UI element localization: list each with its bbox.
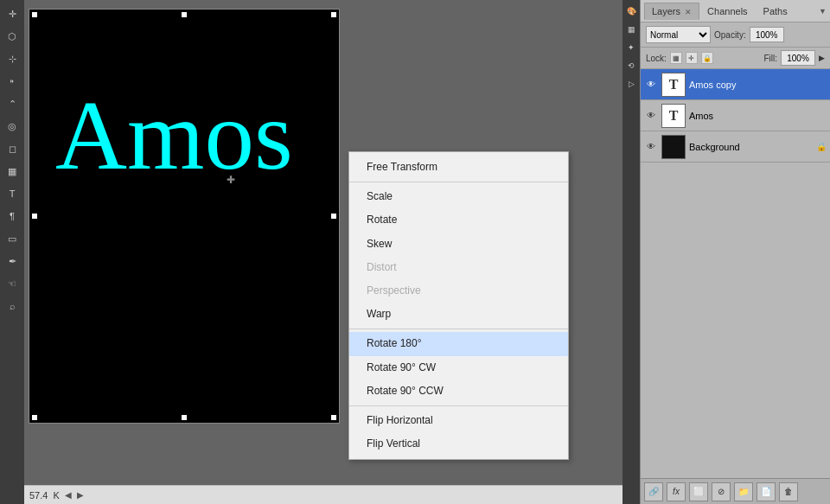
context-menu: Free Transform Scale Rotate Skew Distort… — [348, 151, 569, 460]
pen-tool[interactable]: ✒ — [2, 251, 22, 271]
selection-handle-top[interactable] — [182, 12, 187, 17]
menu-separator-1 — [349, 182, 568, 182]
panel-bottom-toolbar: 🔗 fx ⬜ ⊘ 📁 📄 🗑 — [641, 478, 830, 504]
clone-tool[interactable]: ◎ — [2, 116, 22, 137]
lock-label: Lock: — [646, 54, 667, 63]
adjustment-btn[interactable]: ⊘ — [712, 482, 731, 501]
color-picker-btn[interactable]: 🎨 — [623, 3, 639, 19]
background-lock-icon: 🔒 — [816, 142, 827, 151]
panel-options-btn[interactable]: ▼ — [819, 7, 827, 16]
blend-opacity-row: Normal Opacity: — [641, 22, 830, 48]
layer-thumb-background — [661, 135, 686, 159]
crosshair: ✚ — [227, 174, 235, 186]
brush-tool[interactable]: ⌃ — [2, 93, 22, 114]
canvas-text-amos: Amos — [55, 79, 293, 193]
menu-separator-2 — [349, 329, 568, 329]
new-layer-btn[interactable]: 📄 — [757, 482, 776, 501]
layer-eye-amos[interactable]: 👁 — [644, 109, 658, 123]
right-layout: 🎨 ▦ ✦ ⟲ ▷ Layers ✕ Channels Paths ▼ Norm… — [622, 0, 830, 504]
canvas-background: Amos ✚ — [29, 9, 340, 424]
layer-name-amos: Amos — [689, 111, 827, 121]
left-toolbar: ✛ ⬡ ⊹ ⁍ ⌃ ◎ ◻ ▦ T ¶ ▭ ✒ ☜ ⌕ — [0, 0, 24, 504]
fill-input[interactable] — [781, 50, 815, 66]
new-group-btn[interactable]: 📁 — [734, 482, 753, 501]
layers-tab-close[interactable]: ✕ — [685, 8, 692, 16]
layer-name-amos-copy: Amos copy — [689, 80, 827, 90]
next-arrow[interactable]: ▶ — [77, 490, 84, 500]
layer-background[interactable]: 👁 Background 🔒 — [641, 131, 830, 163]
menu-item-perspective: Perspective — [349, 279, 568, 303]
lock-row: Lock: ▦ ✛ 🔒 Fill: ▶ — [641, 48, 830, 69]
menu-item-distort: Distort — [349, 256, 568, 279]
status-bar: 57.4 K ◀ ▶ — [24, 485, 622, 504]
layer-thumb-amos-copy: T — [661, 73, 686, 97]
menu-item-skew[interactable]: Skew — [349, 233, 568, 256]
link-layers-btn[interactable]: 🔗 — [644, 482, 663, 501]
opacity-label: Opacity: — [714, 30, 746, 40]
tab-layers[interactable]: Layers ✕ — [644, 3, 699, 20]
text-tool[interactable]: T — [2, 183, 22, 204]
fill-arrow[interactable]: ▶ — [819, 54, 825, 62]
layer-eye-amos-copy[interactable]: 👁 — [644, 78, 658, 92]
paragraph-tool[interactable]: ¶ — [2, 206, 22, 226]
selection-tool[interactable]: ⬡ — [2, 26, 22, 47]
eraser-tool[interactable]: ◻ — [2, 138, 22, 159]
crop-tool[interactable]: ⊹ — [2, 48, 22, 69]
tab-paths[interactable]: Paths — [756, 3, 795, 19]
menu-item-flip-vertical[interactable]: Flip Vertical — [349, 432, 568, 456]
actions-btn[interactable]: ▷ — [623, 76, 639, 92]
right-panel: Layers ✕ Channels Paths ▼ Normal Opacity… — [640, 0, 830, 504]
fx-btn[interactable]: fx — [667, 482, 686, 501]
selection-handle-mid-right[interactable] — [331, 214, 336, 219]
selection-handle-bottom[interactable] — [182, 415, 187, 420]
lock-pixel-icon[interactable]: ▦ — [670, 52, 682, 64]
lock-position-icon[interactable]: ✛ — [686, 52, 698, 64]
menu-separator-3 — [349, 405, 568, 406]
selection-handle-top-left[interactable] — [32, 12, 37, 17]
selection-handle-bottom-right[interactable] — [331, 415, 336, 420]
menu-item-flip-horizontal[interactable]: Flip Horizontal — [349, 409, 568, 432]
lock-all-icon[interactable]: 🔒 — [701, 52, 713, 64]
menu-item-scale[interactable]: Scale — [349, 185, 568, 208]
delete-layer-btn[interactable]: 🗑 — [779, 482, 798, 501]
menu-item-free-transform[interactable]: Free Transform — [349, 156, 568, 179]
move-tool[interactable]: ✛ — [2, 3, 22, 24]
menu-item-warp[interactable]: Warp — [349, 303, 568, 326]
layer-name-background: Background — [689, 142, 813, 152]
zoom-level: 57.4 — [29, 490, 48, 501]
fill-label: Fill: — [763, 54, 777, 63]
blend-mode-select[interactable]: Normal — [646, 26, 711, 43]
layer-thumb-amos: T — [661, 104, 686, 128]
canvas-wrapper: Amos ✚ Free Transform Scale Rotate Skew … — [24, 0, 622, 485]
menu-item-rotate[interactable]: Rotate — [349, 208, 568, 232]
opacity-input[interactable] — [750, 27, 784, 42]
layer-eye-background[interactable]: 👁 — [644, 140, 658, 154]
menu-item-rotate90ccw[interactable]: Rotate 90° CCW — [349, 380, 568, 403]
prev-arrow[interactable]: ◀ — [65, 490, 72, 500]
shape-tool[interactable]: ▭ — [2, 228, 22, 249]
menu-item-rotate180[interactable]: Rotate 180° — [349, 332, 568, 355]
main-area: Amos ✚ Free Transform Scale Rotate Skew … — [24, 0, 622, 504]
selection-handle-top-right[interactable] — [331, 12, 336, 17]
add-mask-btn[interactable]: ⬜ — [689, 482, 708, 501]
right-mini-toolbar: 🎨 ▦ ✦ ⟲ ▷ — [622, 0, 640, 504]
selection-handle-bottom-left[interactable] — [32, 415, 37, 420]
tab-channels[interactable]: Channels — [699, 3, 755, 19]
styles-btn[interactable]: ✦ — [623, 40, 639, 55]
swatches-btn[interactable]: ▦ — [623, 22, 639, 37]
menu-item-rotate90cw[interactable]: Rotate 90° CW — [349, 356, 568, 380]
layer-amos[interactable]: 👁 T Amos — [641, 100, 830, 131]
zoom-tool[interactable]: ⌕ — [2, 296, 22, 316]
layer-amos-copy[interactable]: 👁 T Amos copy — [641, 69, 830, 100]
zoom-unit: K — [53, 490, 59, 501]
eyedropper-tool[interactable]: ⁍ — [2, 71, 22, 92]
selection-handle-mid-left[interactable] — [32, 214, 37, 219]
history-btn[interactable]: ⟲ — [623, 58, 639, 73]
gradient-tool[interactable]: ▦ — [2, 161, 22, 182]
hand-tool[interactable]: ☜ — [2, 273, 22, 294]
layers-list: 👁 T Amos copy 👁 T Amos 👁 Background 🔒 — [641, 69, 830, 478]
panel-tabs: Layers ✕ Channels Paths ▼ — [641, 0, 830, 22]
